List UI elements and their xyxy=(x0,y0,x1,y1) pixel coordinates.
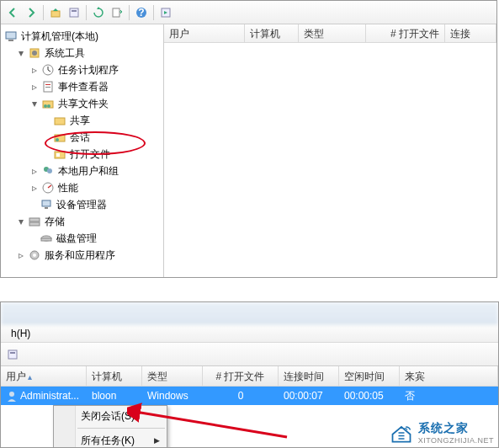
svg-rect-34 xyxy=(8,350,17,359)
toolbar2 xyxy=(1,343,498,366)
tree-performance[interactable]: ▹ 性能 xyxy=(1,179,163,196)
watermark-icon xyxy=(390,421,413,445)
svg-rect-31 xyxy=(41,238,51,241)
col-user[interactable]: 用户▴ xyxy=(1,366,87,386)
col-computer[interactable]: 计算机 xyxy=(87,366,142,386)
services-icon xyxy=(28,248,41,262)
tree-event-viewer[interactable]: ▹ 事件查看器 xyxy=(1,78,163,95)
toolbar-separator xyxy=(86,5,87,20)
users-icon xyxy=(41,164,55,178)
collapse-icon[interactable]: ▾ xyxy=(16,48,26,58)
col-type[interactable]: 类型 xyxy=(142,366,203,386)
svg-point-24 xyxy=(47,168,52,173)
tree-open-files[interactable]: 打开文件 xyxy=(1,146,163,163)
svg-rect-13 xyxy=(45,84,50,85)
menubar[interactable]: h(H) xyxy=(1,324,498,343)
col-user[interactable]: 用户 xyxy=(164,24,245,42)
svg-rect-27 xyxy=(45,207,48,209)
col-connect[interactable]: 连接 xyxy=(445,24,496,42)
svg-point-16 xyxy=(44,104,47,108)
watermark: 系统之家 XITONGZHIJIA.NET xyxy=(390,421,494,445)
menu-all-tasks[interactable]: 所有任务(K) ▶ xyxy=(54,430,167,448)
svg-rect-7 xyxy=(6,32,16,39)
up-button[interactable] xyxy=(47,4,64,21)
context-menu: 关闭会话(S) 所有任务(K) ▶ xyxy=(53,405,167,448)
tree-storage[interactable]: ▾ 存储 xyxy=(1,213,163,230)
menu-close-session[interactable]: 关闭会话(S) xyxy=(54,406,167,426)
cell-connect-time: 00:00:07 xyxy=(279,387,339,404)
tree-panel[interactable]: 计算机管理(本地) ▾ 系统工具 ▹ 任务计划程序 ▹ 事件查看器 xyxy=(1,24,164,277)
tree-services-apps[interactable]: ▹ 服务和应用程序 xyxy=(1,247,163,264)
expand-icon[interactable]: ▹ xyxy=(29,82,40,92)
titlebar-blur xyxy=(1,302,498,324)
tree-root[interactable]: 计算机管理(本地) xyxy=(1,28,163,45)
action-button[interactable] xyxy=(157,4,174,21)
col-open-files[interactable]: # 打开文件 xyxy=(366,24,445,42)
tree-disk-management[interactable]: 磁盘管理 xyxy=(1,230,163,247)
svg-rect-22 xyxy=(56,153,60,157)
tree-task-scheduler[interactable]: ▹ 任务计划程序 xyxy=(1,61,163,78)
col-connect-time[interactable]: 连接时间 xyxy=(279,366,339,386)
collapse-icon[interactable]: ▾ xyxy=(16,216,26,227)
grid-header: 用户▴ 计算机 类型 # 打开文件 连接时间 空闲时间 来宾 xyxy=(1,366,498,387)
forward-button[interactable] xyxy=(23,4,40,21)
expand-icon[interactable]: ▹ xyxy=(29,65,40,75)
tree-system-tools[interactable]: ▾ 系统工具 xyxy=(1,45,163,61)
collapse-icon[interactable]: ▾ xyxy=(29,99,40,109)
cell-open-files: 0 xyxy=(203,387,279,404)
cell-computer: bloon xyxy=(87,387,142,404)
mmc-top-panel: ? 计算机管理(本地) ▾ 系统工具 ▹ 任务计划程 xyxy=(0,0,497,278)
svg-rect-14 xyxy=(45,87,50,88)
refresh-button[interactable] xyxy=(90,4,107,21)
user-icon xyxy=(6,390,18,402)
svg-point-10 xyxy=(32,51,37,56)
col-guest[interactable]: 来宾 xyxy=(400,366,498,386)
watermark-url: XITONGZHIJIA.NET xyxy=(418,436,494,445)
device-icon xyxy=(40,198,53,211)
sessions-icon xyxy=(53,131,66,144)
col-idle-time[interactable]: 空闲时间 xyxy=(339,366,400,386)
export-button[interactable] xyxy=(109,4,125,21)
event-icon xyxy=(41,80,55,93)
svg-rect-3 xyxy=(113,8,119,17)
toolbar-separator xyxy=(153,5,154,20)
expand-icon[interactable]: ▹ xyxy=(29,183,40,193)
back-button[interactable] xyxy=(4,4,21,21)
svg-rect-18 xyxy=(55,118,65,125)
svg-rect-1 xyxy=(70,8,78,17)
tree-local-users[interactable]: ▹ 本地用户和组 xyxy=(1,163,163,179)
svg-rect-2 xyxy=(72,10,77,12)
storage-icon xyxy=(28,215,41,228)
tree-device-manager[interactable]: 设备管理器 xyxy=(1,196,163,213)
toolbar-separator xyxy=(43,5,44,20)
properties-button[interactable] xyxy=(66,4,82,21)
cell-guest: 否 xyxy=(400,387,498,406)
col-open-files[interactable]: # 打开文件 xyxy=(203,366,279,386)
svg-text:?: ? xyxy=(138,7,144,19)
sort-asc-icon: ▴ xyxy=(28,372,32,381)
performance-icon xyxy=(41,181,55,195)
menu-separator xyxy=(77,428,165,429)
tree-shared-folders[interactable]: ▾ 共享文件夹 xyxy=(1,95,163,112)
svg-rect-26 xyxy=(42,200,50,206)
clock-icon xyxy=(41,63,55,77)
session-row[interactable]: Administrat... bloon Windows 0 00:00:07 … xyxy=(1,387,498,405)
tools-icon xyxy=(28,46,41,60)
col-type[interactable]: 类型 xyxy=(299,24,366,42)
svg-rect-0 xyxy=(51,11,60,17)
help-menu[interactable]: h(H) xyxy=(6,326,35,341)
properties-button[interactable] xyxy=(4,346,21,363)
open-files-icon xyxy=(53,147,66,161)
watermark-title: 系统之家 xyxy=(418,421,494,436)
submenu-arrow-icon: ▶ xyxy=(154,436,160,445)
col-computer[interactable]: 计算机 xyxy=(245,24,299,42)
tree-sessions[interactable]: 会话 xyxy=(1,129,163,146)
expand-icon[interactable]: ▹ xyxy=(16,250,26,260)
expand-icon[interactable]: ▹ xyxy=(29,166,40,176)
list-panel: 用户 计算机 类型 # 打开文件 连接 xyxy=(164,24,496,277)
shares-icon xyxy=(53,114,66,127)
cell-user: Administrat... xyxy=(20,390,79,402)
tree-shares[interactable]: 共享 xyxy=(1,112,163,129)
help-button[interactable]: ? xyxy=(133,4,150,21)
svg-point-33 xyxy=(33,253,36,257)
